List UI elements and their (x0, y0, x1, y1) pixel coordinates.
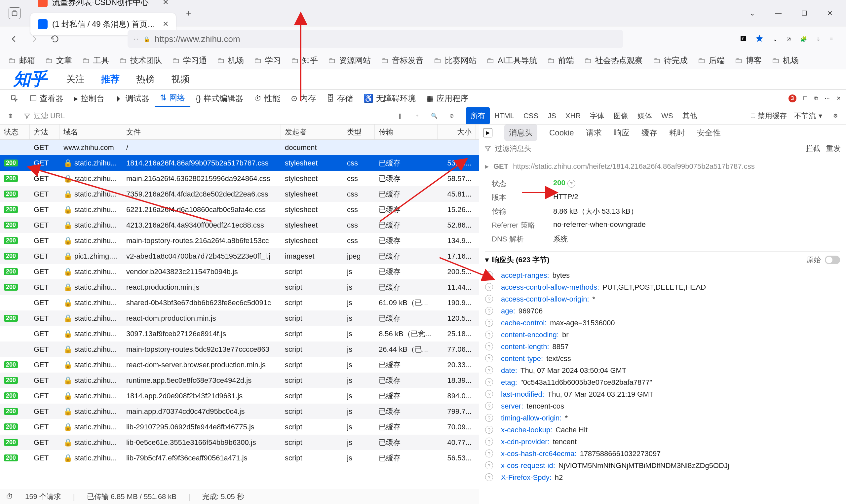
bookmark-item[interactable]: 🗀知乎 (291, 55, 318, 66)
bookmark-item[interactable]: 🗀文章 (45, 55, 72, 66)
request-row[interactable]: 200GET🔒static.zhihu...main.app.d70374cd0… (0, 403, 479, 419)
devtools-tab[interactable]: ♿无障碍环境 (358, 90, 421, 107)
column-header[interactable]: 发起者 (281, 125, 343, 139)
search-icon[interactable]: 🔍 (428, 110, 440, 122)
dock-icon[interactable]: ☐ (803, 95, 808, 102)
request-row[interactable]: 200GET🔒static.zhihu...1814.app.2d0e908f2… (0, 388, 479, 403)
downloads-icon[interactable]: ⇩ (816, 36, 821, 42)
help-icon[interactable]: ? (485, 414, 493, 422)
bookmark-item[interactable]: 🗀社会热点观察 (584, 55, 643, 66)
devtools-tab[interactable]: ⊙内存 (285, 90, 321, 107)
column-header[interactable]: 文件 (122, 125, 281, 139)
help-icon[interactable]: ? (485, 390, 493, 398)
detail-tab[interactable]: 请求 (586, 125, 602, 141)
maximize-button[interactable]: ☐ (801, 9, 807, 17)
type-filter[interactable]: 其他 (678, 107, 702, 124)
headers-filter-input[interactable] (495, 144, 802, 153)
account-icon[interactable]: ② (787, 36, 791, 42)
tabs-overview-button[interactable] (8, 7, 20, 19)
column-header[interactable]: 域名 (59, 125, 122, 139)
raw-toggle[interactable] (825, 256, 840, 264)
add-icon[interactable]: + (411, 110, 423, 122)
request-row[interactable]: 200GET🔒static.zhihu...7359.216a26f4.4fda… (0, 186, 479, 202)
type-filter[interactable]: HTML (490, 107, 519, 124)
bookmark-item[interactable]: 🗀博客 (735, 55, 762, 66)
request-row[interactable]: 200GET🔒static.zhihu...1814.216a26f4.86af… (0, 155, 479, 171)
devtools-tab[interactable]: ⇅网络 (155, 90, 190, 107)
error-indicator[interactable]: 3 (789, 94, 796, 102)
request-row[interactable]: 200GET🔒static.zhihu...vendor.b2043823c21… (0, 264, 479, 280)
extensions-icon[interactable]: 🧩 (800, 36, 807, 42)
help-icon[interactable]: ? (485, 450, 493, 457)
minimize-button[interactable]: — (775, 9, 781, 17)
help-icon[interactable]: ? (485, 378, 493, 386)
play-icon[interactable]: ▶ (483, 128, 492, 138)
request-row[interactable]: GET🔒static.zhihu...3097.13af9fceb27126e8… (0, 326, 479, 342)
bookmark-item[interactable]: 🗀待完成 (653, 55, 688, 66)
help-icon[interactable]: ? (485, 426, 493, 434)
request-row[interactable]: 200GET🔒static.zhihu...runtime.app.5ec0e8… (0, 373, 479, 388)
clear-icon[interactable]: 🗑 (5, 110, 17, 122)
bookmark-item[interactable]: 🗀工具 (82, 55, 109, 66)
devtools-more-icon[interactable]: ⋯ (825, 95, 830, 102)
help-icon[interactable]: ? (485, 473, 493, 481)
close-button[interactable]: ✕ (827, 9, 833, 17)
request-row[interactable]: 200GET🔒static.zhihu...main-topstory-rout… (0, 233, 479, 248)
request-row[interactable]: 200GET🔒static.zhihu...react.production.m… (0, 280, 479, 295)
bookmark-item[interactable]: 🗀前端 (547, 55, 574, 66)
help-icon[interactable]: ? (485, 319, 493, 327)
request-row[interactable]: 200GET🔒static.zhihu...6221.216a26f4.d6a1… (0, 202, 479, 217)
bookmark-item[interactable]: 🗀AI工具导航 (487, 55, 537, 66)
browser-tab[interactable]: 流量券列表-CSDN创作中心✕ (30, 0, 176, 13)
menu-icon[interactable]: ≡ (830, 36, 833, 42)
type-filter[interactable]: JS (543, 107, 561, 124)
request-row[interactable]: GET🔒static.zhihu...shared-0b43bf3e67dbb6… (0, 295, 479, 310)
request-row[interactable]: 200GET🔒static.zhihu...lib-0e5ce61e.3551e… (0, 435, 479, 450)
bookmark-item[interactable]: 🗀比赛网站 (434, 55, 477, 66)
help-icon[interactable]: ? (485, 354, 493, 362)
request-row[interactable]: 200GET🔒pic1.zhimg....v2-abed1a8c04700ba7… (0, 248, 479, 264)
devtools-close-icon[interactable]: ✕ (836, 95, 841, 102)
zhihu-nav-link[interactable]: 视频 (171, 74, 190, 84)
resend-btn[interactable]: 重发 (826, 144, 841, 154)
filter-url-input[interactable]: 过滤 URL (22, 111, 389, 121)
request-summary-line[interactable]: ▸ GET https://static.zhihu.com/heifetz/1… (485, 160, 840, 173)
bookmark-item[interactable]: 🗀邮箱 (8, 55, 35, 66)
back-button[interactable] (6, 32, 21, 46)
type-filter[interactable]: CSS (519, 107, 543, 124)
request-row[interactable]: 200GET🔒static.zhihu...main.216a26f4.6362… (0, 171, 479, 186)
translate-icon[interactable]: 🅰 (741, 36, 746, 42)
help-icon[interactable]: ? (485, 330, 493, 339)
throttle-select[interactable]: 不节流 ▾ (794, 111, 822, 121)
devtools-tab[interactable]: ☐查看器 (24, 90, 69, 107)
detail-tab[interactable]: 耗时 (669, 125, 685, 141)
help-icon[interactable]: ? (485, 342, 493, 350)
pause-icon[interactable]: ‖ (394, 110, 406, 122)
detail-tab[interactable]: 安全性 (697, 125, 721, 141)
response-headers-section[interactable]: ▾响应头 (623 字节) 原始 (485, 251, 840, 268)
devtools-tab[interactable]: ▸控制台 (69, 90, 110, 107)
help-icon[interactable]: ? (485, 307, 493, 315)
help-icon[interactable]: ? (485, 402, 493, 410)
detail-tab[interactable]: 消息头 (504, 125, 537, 141)
reload-button[interactable] (48, 32, 62, 46)
column-header[interactable]: 类型 (343, 125, 375, 139)
block-icon[interactable]: ⊘ (445, 110, 457, 122)
disable-cache-checkbox[interactable]: 禁用缓存 (751, 111, 787, 121)
request-row[interactable]: GET🔒static.zhihu...main-topstory-routes.… (0, 342, 479, 357)
bookmark-star-icon[interactable] (755, 34, 764, 44)
bookmark-item[interactable]: 🗀后端 (698, 55, 725, 66)
request-row[interactable]: 200GET🔒static.zhihu...4213.216a26f4.4a93… (0, 217, 479, 233)
zhihu-nav-link[interactable]: 推荐 (101, 74, 120, 84)
tab-close-icon[interactable]: ✕ (163, 20, 169, 29)
bookmark-item[interactable]: 🗀学习 (254, 55, 281, 66)
request-row[interactable]: 200GET🔒static.zhihu...react-dom-server.b… (0, 357, 479, 373)
detail-tab[interactable]: 缓存 (641, 125, 657, 141)
bookmark-item[interactable]: 🗀资源网站 (328, 55, 371, 66)
column-header[interactable]: 传输 (375, 125, 438, 139)
responsive-icon[interactable]: ⧉ (814, 95, 818, 102)
type-filter[interactable]: XHR (561, 107, 585, 124)
chevron-down-icon[interactable]: ⌄ (750, 9, 755, 17)
type-filter[interactable]: WS (657, 107, 677, 124)
pocket-icon[interactable]: ⌄ (773, 36, 777, 42)
